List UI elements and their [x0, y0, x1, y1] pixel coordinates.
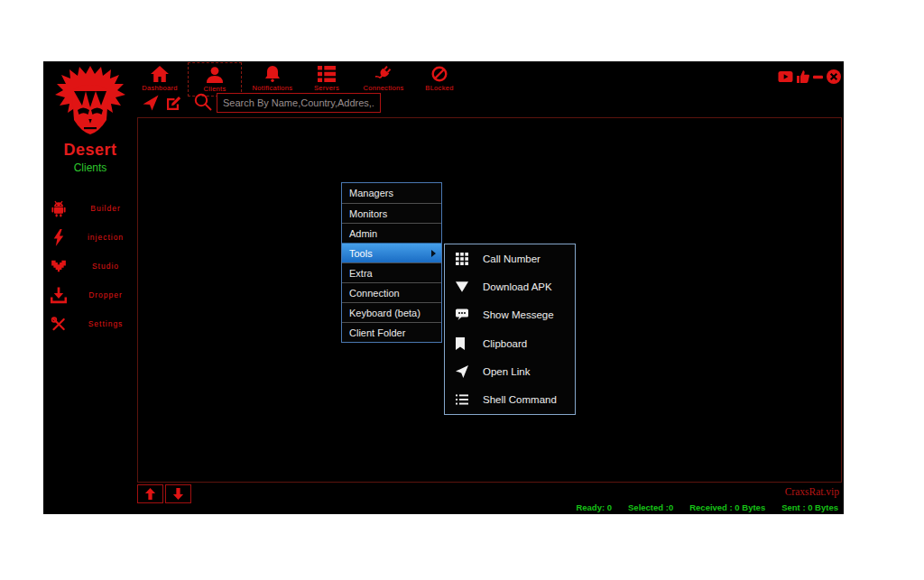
- sidebar-item-label: injection: [67, 233, 144, 242]
- context-menu-item-keyboard[interactable]: Keyboard (beta): [342, 302, 441, 322]
- sidebar-item-label: Builder: [67, 204, 144, 213]
- lightning-icon: [51, 229, 67, 246]
- submenu-item-label: Open Link: [483, 366, 530, 377]
- menu-item-label: Monitors: [349, 208, 387, 219]
- bell-icon: [244, 64, 301, 82]
- arrow-up-icon: [144, 488, 156, 500]
- brand-link: CraxsRat.vip: [785, 486, 839, 497]
- context-menu-item-managers[interactable]: Managers: [342, 183, 441, 203]
- status-bar: Ready: 0 Selected :0 Received : 0 Bytes …: [576, 502, 838, 512]
- paper-plane-icon: [456, 365, 468, 378]
- list-bullets-icon: [456, 393, 468, 406]
- pixel-heart-icon: [51, 258, 67, 275]
- edit-icon[interactable]: [166, 95, 182, 111]
- submenu-arrow-icon: [431, 250, 436, 257]
- nav-label: Clients: [189, 85, 241, 93]
- submenu-item-call-number[interactable]: Call Number: [445, 244, 575, 272]
- search-icon[interactable]: [194, 93, 212, 111]
- send-icon[interactable]: [143, 95, 159, 111]
- window-controls: [778, 69, 841, 84]
- minimize-icon[interactable]: [813, 75, 823, 79]
- submenu-item-label: Download APK: [483, 281, 552, 292]
- context-menu-item-client-folder[interactable]: Client Folder: [342, 322, 441, 342]
- nav-servers[interactable]: Servers: [298, 64, 356, 92]
- message-bubble-icon: [456, 308, 468, 321]
- arrow-down-icon: [172, 488, 184, 500]
- tools-cross-icon: [51, 316, 67, 333]
- menu-item-label: Admin: [349, 228, 377, 239]
- status-ready: Ready: 0: [576, 502, 612, 512]
- submenu-item-label: Show Messege: [483, 309, 554, 320]
- app-subtitle: Clients: [43, 161, 137, 174]
- nav-label: BLocked: [411, 84, 468, 92]
- menu-item-label: Connection: [349, 288, 400, 299]
- nav-label: Notifications: [244, 84, 301, 92]
- submenu-item-open-link[interactable]: Open Link: [445, 357, 575, 385]
- submenu-item-clipboard[interactable]: Clipboard: [445, 329, 575, 357]
- context-menu-item-monitors[interactable]: Monitors: [342, 203, 441, 223]
- context-menu: Managers Monitors Admin Tools Extra Conn…: [341, 182, 442, 343]
- submenu-item-label: Call Number: [483, 253, 541, 264]
- search-input[interactable]: [217, 93, 381, 113]
- submenu-item-shell-command[interactable]: Shell Command: [445, 386, 575, 414]
- status-received: Received : 0 Bytes: [689, 502, 765, 512]
- plug-icon: [355, 64, 412, 82]
- dialpad-icon: [456, 253, 468, 265]
- app-title: Desert: [43, 141, 137, 160]
- context-menu-item-extra[interactable]: Extra: [342, 262, 441, 282]
- sidebar-item-label: Dropper: [67, 290, 144, 299]
- app-window: Desert Clients Builder injection Studi: [43, 61, 844, 514]
- server-list-icon: [298, 64, 356, 82]
- nav-label: Dashboard: [131, 84, 189, 92]
- submenu-item-show-message[interactable]: Show Messege: [445, 301, 575, 329]
- nav-connections[interactable]: Connections: [355, 64, 412, 92]
- context-menu-item-admin[interactable]: Admin: [342, 223, 441, 243]
- nav-dashboard[interactable]: Dashboard: [131, 64, 189, 92]
- submenu-item-label: Clipboard: [483, 338, 527, 349]
- menu-item-label: Client Folder: [349, 327, 405, 338]
- sidebar-item-label: Studio: [67, 262, 144, 271]
- status-sent: Sent : 0 Bytes: [781, 502, 838, 512]
- tools-submenu: Call Number Download APK Show Messege Cl…: [444, 244, 576, 415]
- triangle-down-icon: [456, 281, 468, 293]
- desert-logo-icon: [54, 65, 126, 141]
- submenu-item-label: Shell Command: [483, 394, 557, 405]
- home-icon: [131, 64, 189, 82]
- bookmark-icon: [456, 337, 468, 350]
- close-icon[interactable]: [827, 69, 841, 84]
- download-tray-icon: [51, 287, 67, 304]
- nav-label: Connections: [355, 84, 412, 92]
- context-menu-item-tools[interactable]: Tools: [342, 243, 441, 262]
- youtube-icon[interactable]: [778, 71, 793, 82]
- nav-blocked[interactable]: BLocked: [411, 64, 468, 92]
- context-menu-item-connection[interactable]: Connection: [342, 282, 441, 302]
- menu-item-label: Managers: [349, 188, 393, 198]
- nav-notifications[interactable]: Notifications: [244, 64, 301, 92]
- menu-item-label: Extra: [349, 268, 373, 279]
- scroll-down-button[interactable]: [165, 484, 191, 503]
- thumbs-up-icon[interactable]: [797, 70, 809, 83]
- menu-item-label: Tools: [349, 248, 373, 259]
- sidebar-item-label: Settings: [67, 319, 144, 328]
- android-icon: [51, 200, 67, 217]
- blocked-icon: [411, 64, 468, 82]
- nav-label: Servers: [298, 84, 356, 92]
- person-icon: [189, 65, 241, 83]
- status-selected: Selected :0: [628, 502, 673, 512]
- scroll-up-button[interactable]: [137, 484, 163, 503]
- submenu-item-download-apk[interactable]: Download APK: [445, 272, 575, 300]
- nav-clients[interactable]: Clients: [188, 62, 242, 97]
- menu-item-label: Keyboard (beta): [349, 308, 420, 318]
